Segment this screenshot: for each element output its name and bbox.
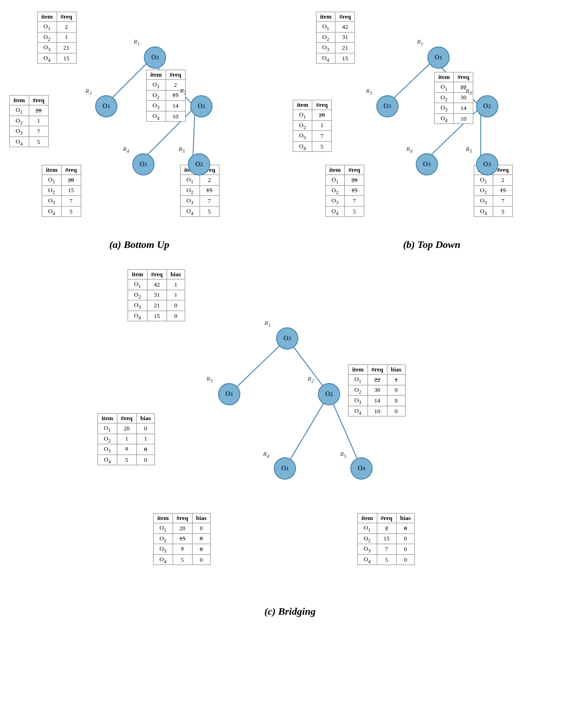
node-r4-b: O3 [416, 153, 438, 176]
r3-label-c: R3 [206, 375, 213, 384]
node-r3-b: O3 [376, 95, 399, 117]
node-r2-a: O2 [190, 95, 213, 117]
table-c-mid-right: item#reqbias O1221 O2300 O3140 O4100 [348, 364, 406, 416]
svg-line-10 [285, 394, 329, 468]
section-a: item#req O12 O21 O321 O415 item#req O120… [9, 9, 270, 251]
node-r5-a: O2 [188, 153, 210, 176]
r1-label-c: R1 [264, 319, 271, 328]
r2-label-a: R2 [180, 87, 186, 96]
r2-label-c: R2 [308, 375, 314, 384]
node-r3-a: O1 [95, 95, 117, 117]
section-c-label: (c) Bridging [81, 605, 499, 618]
section-c: item#reqbias O1421 O2311 O3210 O4150 R1 … [9, 265, 571, 618]
section-b: item#req O142 O231 O321 O415 item#req O1… [293, 9, 571, 251]
node-r3-c: O1 [218, 383, 240, 405]
table-b-mid-left: item#req O120 O21 O37 O45 [293, 100, 332, 152]
r3-label-a: R3 [85, 87, 91, 96]
node-r2-c: O2 [318, 383, 340, 405]
table-a-top: item#req O12 O21 O321 O415 [37, 12, 77, 64]
r5-label-b: R5 [466, 145, 472, 154]
r2-label-b: R2 [466, 87, 472, 96]
node-r1-b: O1 [427, 46, 450, 69]
r3-label-b: R3 [366, 87, 372, 96]
r1-label-b: R1 [417, 38, 423, 46]
node-r1-c: O3 [276, 327, 298, 350]
table-a-mid-left: item#req O120 O21 O37 O45 [9, 95, 49, 147]
table-a-mid-right: item#req O12 O215 O314 O410 [146, 70, 186, 122]
r5-label-c: R5 [340, 450, 346, 459]
node-r5-b: O3 [476, 153, 498, 176]
table-c-mid-left: item#reqbias O1200 O211 O370 O450 [97, 413, 155, 465]
node-r2-b: O2 [476, 95, 498, 117]
r1-label-a: R1 [134, 38, 140, 46]
table-b-top: item#req O142 O231 O321 O415 [316, 12, 355, 64]
r4-label-c: R4 [263, 450, 269, 459]
table-b-mid-right: item#req O122 O230 O314 O410 [434, 72, 474, 124]
table-c-top: item#reqbias O1421 O2311 O3210 O4150 [128, 269, 185, 321]
r4-label-a: R4 [123, 145, 129, 154]
node-r1-a: O3 [144, 46, 166, 69]
table-c-bot-left: item#reqbias O1200 O2150 O370 O450 [153, 513, 211, 565]
main-container: item#req O12 O21 O321 O415 item#req O120… [0, 0, 580, 728]
svg-line-8 [229, 338, 287, 394]
top-row: item#req O12 O21 O321 O415 item#req O120… [9, 9, 571, 251]
section-c-inner: item#reqbias O1421 O2311 O3210 O4150 R1 … [81, 265, 499, 618]
table-a-bot-left: item#req O120 O215 O37 O45 [42, 165, 81, 217]
node-r5-c: O4 [350, 457, 373, 480]
node-r4-c: O1 [274, 457, 296, 480]
section-b-label: (b) Top Down [293, 239, 571, 251]
table-c-bot-right: item#reqbias O120 O2150 O370 O450 [357, 513, 415, 565]
section-a-label: (a) Bottom Up [9, 239, 270, 251]
node-r4-a: O1 [132, 153, 155, 176]
r4-label-b: R4 [406, 145, 412, 154]
table-b-bot-left: item#req O120 O215 O37 O45 [325, 165, 365, 217]
r5-label-a: R5 [179, 145, 185, 154]
